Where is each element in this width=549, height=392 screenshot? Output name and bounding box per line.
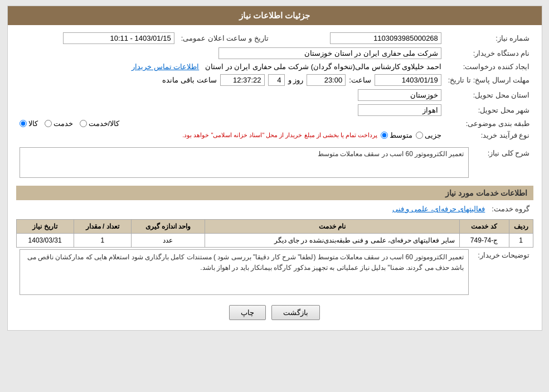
category-khedmat-label: خدمت xyxy=(54,119,73,128)
cell-code: ج-74-749 xyxy=(459,234,509,248)
services-table-head: ردیف کد خدمت نام خدمت واحد اندازه گیری ت… xyxy=(16,220,533,234)
need-desc-table: شرح کلی نیاز: تعمیر الکتروموتور 60 اسب د… xyxy=(16,146,533,181)
purchase-jozei-radio[interactable] xyxy=(416,132,423,139)
deadline-label: مهلت ارسال پاسخ: تا تاریخ: xyxy=(445,72,533,88)
purchase-type-value: جزیی متوسط پرداخت تمام یا بخشی از مبلغ خ… xyxy=(16,129,445,141)
content-area: شماره نیاز: 1103093985000268 تاریخ و ساع… xyxy=(8,25,542,330)
buyer-desc-row: توضیحات خریدار: تعمیر الکتروموتور 60 اسب… xyxy=(16,248,533,298)
deadline-days-input: 4 xyxy=(268,74,285,86)
deadline-row: مهلت ارسال پاسخ: تا تاریخ: 1403/01/19 سا… xyxy=(16,72,533,88)
service-group-value: فعالیتهای حرفه‌ای، علمی و فنی xyxy=(16,203,489,215)
deadline-remaining-label: ساعت باقی مانده xyxy=(162,76,216,84)
category-kala-khedmat-item[interactable]: کالا/خدمت xyxy=(80,119,120,128)
col-unit: واحد اندازه گیری xyxy=(131,220,205,234)
purchase-mottaset-radio[interactable] xyxy=(381,132,388,139)
service-group-table: گروه خدمت: فعالیتهای حرفه‌ای، علمی و فنی xyxy=(16,203,533,215)
category-kala-label: کالا xyxy=(28,119,38,128)
need-desc-label: شرح کلی نیاز: xyxy=(472,146,533,181)
service-group-link[interactable]: فعالیتهای حرفه‌ای، علمی و فنی xyxy=(392,205,485,213)
buyer-desc-label: توضیحات خریدار: xyxy=(472,248,533,298)
services-table-body: 1 ج-74-749 سایر فعالیتهای حرفه‌ای، علمی … xyxy=(16,234,533,248)
purchase-note: پرداخت تمام یا بخشی از مبلغ خریدار از مح… xyxy=(182,132,377,139)
announce-date-value: 1403/01/15 - 10:11 xyxy=(16,31,178,46)
col-name: نام خدمت xyxy=(205,220,459,234)
deadline-time-label: ساعت: xyxy=(349,76,371,84)
table-row: 1 ج-74-749 سایر فعالیتهای حرفه‌ای، علمی … xyxy=(16,234,533,248)
cell-unit: عدد xyxy=(131,234,205,248)
need-number-row: شماره نیاز: 1103093985000268 تاریخ و ساع… xyxy=(16,31,533,46)
contact-info-link[interactable]: اطلاعات تماس خریدار xyxy=(132,62,199,71)
province-label: استان محل تحویل: xyxy=(445,88,533,103)
info-table: شماره نیاز: 1103093985000268 تاریخ و ساع… xyxy=(16,31,533,141)
purchase-jozei-item[interactable]: جزیی xyxy=(416,131,441,139)
city-label: شهر محل تحویل: xyxy=(445,103,533,118)
cell-date: 1403/03/31 xyxy=(16,234,74,248)
back-button[interactable]: بازگشت xyxy=(271,305,320,320)
col-count: تعداد / مقدار xyxy=(74,220,131,234)
city-value: اهواز xyxy=(16,103,445,118)
buyer-desc-value: تعمیر الکتروموتور 60 اسب در سقف معاملات … xyxy=(16,248,472,298)
deadline-value: 1403/01/19 ساعت: 23:00 روز و 4 12:37:22 … xyxy=(16,72,445,88)
buyer-desc-textarea xyxy=(20,249,469,295)
need-desc-row: شرح کلی نیاز: تعمیر الکتروموتور 60 اسب د… xyxy=(16,146,533,181)
cell-row-num: 1 xyxy=(509,234,533,248)
purchase-row-flex: جزیی متوسط پرداخت تمام یا بخشی از مبلغ خ… xyxy=(20,131,441,139)
buyer-desc-container: تعمیر الکتروموتور 60 اسب در سقف معاملات … xyxy=(20,249,469,297)
deadline-time-input: 23:00 xyxy=(307,74,346,86)
cell-count: 1 xyxy=(74,234,131,248)
buyer-org-value: شرکت ملی حفاری ایران در استان خوزستان xyxy=(16,46,445,61)
deadline-remaining-input: 12:37:22 xyxy=(220,74,265,86)
province-input: خوزستان xyxy=(358,89,441,101)
deadline-date-input: 1403/01/19 xyxy=(375,74,441,86)
need-desc-textarea xyxy=(20,147,469,178)
need-desc-container: تعمیر الکتروموتور 60 اسب در سقف معاملات … xyxy=(20,147,469,180)
buttons-row: بازگشت چاپ xyxy=(16,305,533,320)
cell-name: سایر فعالیتهای حرفه‌ای، علمی و فنی طبقه‌… xyxy=(205,234,459,248)
creator-row: ایجاد کننده درخواست: احمد خلیلاوی کارشنا… xyxy=(16,61,533,72)
category-value: کالا خدمت کالا/خدمت xyxy=(16,118,445,129)
services-table: ردیف کد خدمت نام خدمت واحد اندازه گیری ت… xyxy=(16,219,533,248)
buyer-org-row: نام دستگاه خریدار: شرکت ملی حفاری ایران … xyxy=(16,46,533,61)
category-kala-item[interactable]: کالا xyxy=(20,119,38,128)
need-number-input: 1103093985000268 xyxy=(330,32,441,44)
services-section-title: اطلاعات خدمات مورد نیاز xyxy=(16,186,533,200)
category-khedmat-item[interactable]: خدمت xyxy=(45,119,73,128)
col-date: تاریخ نیاز xyxy=(16,220,74,234)
city-input: اهواز xyxy=(358,104,441,116)
creator-label: ایجاد کننده درخواست: xyxy=(445,61,533,72)
col-row-num: ردیف xyxy=(509,220,533,234)
col-code: کد خدمت xyxy=(459,220,509,234)
main-container: جزئیات اطلاعات نیاز شماره نیاز: 11030939… xyxy=(7,6,542,331)
purchase-type-label: نوع فرآیند خرید: xyxy=(445,129,533,141)
services-table-header-row: ردیف کد خدمت نام خدمت واحد اندازه گیری ت… xyxy=(16,220,533,234)
buyer-desc-table: توضیحات خریدار: تعمیر الکتروموتور 60 اسب… xyxy=(16,248,533,298)
page-title: جزئیات اطلاعات نیاز xyxy=(239,11,310,20)
creator-text: احمد خلیلاوی کارشناس مالی(تنخواه گردان) … xyxy=(205,62,441,71)
category-kala-radio[interactable] xyxy=(20,120,27,127)
buyer-org-input: شرکت ملی حفاری ایران در استان خوزستان xyxy=(218,47,441,59)
need-desc-value: تعمیر الکتروموتور 60 اسب در سقف معاملات … xyxy=(16,146,472,181)
announce-date-label: تاریخ و ساعت اعلان عمومی: xyxy=(178,31,272,46)
need-number-value: 1103093985000268 xyxy=(283,31,445,46)
deadline-row-flex: 1403/01/19 ساعت: 23:00 روز و 4 12:37:22 … xyxy=(20,74,441,86)
category-kala-khedmat-label: کالا/خدمت xyxy=(89,119,120,128)
category-row: طبقه بندی موضوعی: کالا خدمت کالا/خدمت xyxy=(16,118,533,129)
category-label: طبقه بندی موضوعی: xyxy=(445,118,533,129)
need-number-label: شماره نیاز: xyxy=(445,31,533,46)
page-header: جزئیات اطلاعات نیاز xyxy=(8,6,542,25)
purchase-type-row: نوع فرآیند خرید: جزیی متوسط پرداخت تمام … xyxy=(16,129,533,141)
category-kala-khedmat-radio[interactable] xyxy=(80,120,87,127)
announce-date-input: 1403/01/15 - 10:11 xyxy=(63,32,174,44)
province-value: خوزستان xyxy=(16,88,445,103)
category-khedmat-radio[interactable] xyxy=(45,120,52,127)
category-radio-group: کالا خدمت کالا/خدمت xyxy=(20,119,441,128)
purchase-jozei-label: جزیی xyxy=(425,131,441,139)
print-button[interactable]: چاپ xyxy=(229,305,266,320)
service-group-label: گروه خدمت: xyxy=(488,203,533,215)
province-row: استان محل تحویل: خوزستان xyxy=(16,88,533,103)
city-row: شهر محل تحویل: اهواز xyxy=(16,103,533,118)
creator-value: احمد خلیلاوی کارشناس مالی(تنخواه گردان) … xyxy=(16,61,445,72)
service-group-row: گروه خدمت: فعالیتهای حرفه‌ای، علمی و فنی xyxy=(16,203,533,215)
deadline-day-label: روز و xyxy=(288,76,304,84)
purchase-mottaset-item[interactable]: متوسط xyxy=(381,131,412,139)
